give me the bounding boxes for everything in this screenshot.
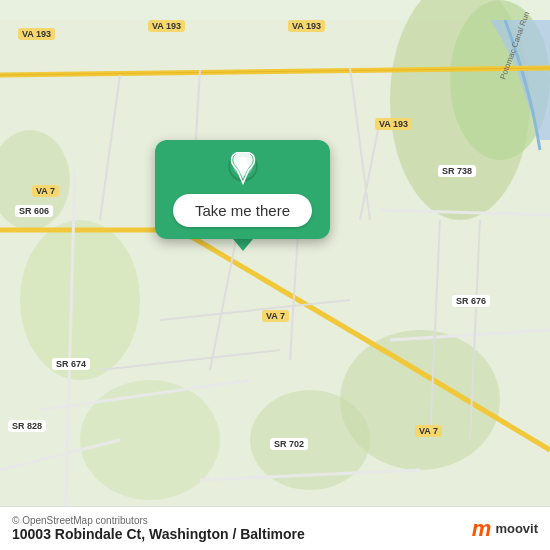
road-label-va193-2: VA 193 [148,20,185,32]
road-label-va193-3: VA 193 [288,20,325,32]
road-label-sr674: SR 674 [52,358,90,370]
road-label-va7-3: VA 7 [415,425,442,437]
road-label-sr738: SR 738 [438,165,476,177]
location-pin-icon [225,152,261,188]
svg-point-5 [80,380,220,500]
road-label-sr676: SR 676 [452,295,490,307]
moovit-logo: m moovit [472,516,538,542]
road-label-sr828: SR 828 [8,420,46,432]
road-label-va193-1: VA 193 [18,28,55,40]
map-container: Potomac Canal Run VA 193 VA 193 VA 193 V… [0,0,550,550]
location-tooltip: Take me there [155,140,330,251]
moovit-m-letter: m [472,516,492,542]
road-label-va7-1: VA 7 [32,185,59,197]
location-title: 10003 Robindale Ct, Washington / Baltimo… [12,526,305,542]
road-label-va7-2: VA 7 [262,310,289,322]
tooltip-arrow [233,239,253,251]
osm-attribution: © OpenStreetMap contributors [12,515,305,526]
svg-point-34 [238,157,246,165]
road-label-sr702: SR 702 [270,438,308,450]
road-label-va193-4: VA 193 [375,118,412,130]
bottom-bar-left: © OpenStreetMap contributors 10003 Robin… [12,515,305,542]
bottom-bar: © OpenStreetMap contributors 10003 Robin… [0,506,550,550]
road-label-sr606: SR 606 [15,205,53,217]
tooltip-bubble: Take me there [155,140,330,239]
take-me-there-button[interactable]: Take me there [173,194,312,227]
map-svg: Potomac Canal Run [0,0,550,550]
svg-point-3 [20,220,140,380]
moovit-wordmark: moovit [495,521,538,536]
